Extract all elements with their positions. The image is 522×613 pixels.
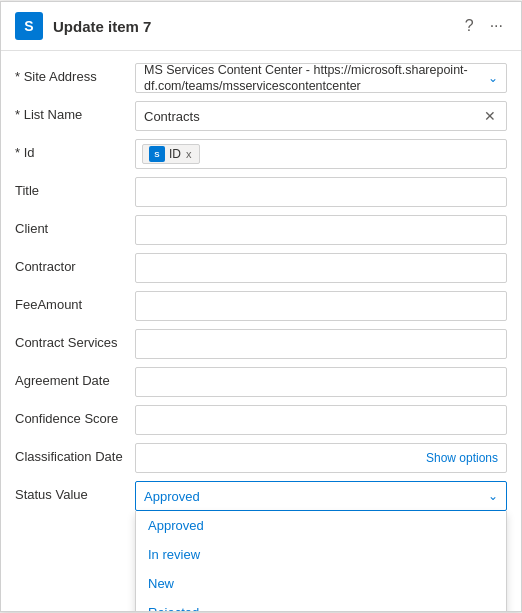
list-name-row: * List Name Contracts ✕ <box>1 97 521 135</box>
status-value-dropdown[interactable]: Approved ⌄ <box>135 481 507 511</box>
status-option-new[interactable]: New <box>136 569 506 598</box>
status-option-rejected[interactable]: Rejected <box>136 598 506 611</box>
fee-amount-control <box>135 291 507 321</box>
contract-services-control <box>135 329 507 359</box>
fee-amount-label: FeeAmount <box>15 291 135 312</box>
dialog: S Update item 7 ? ··· * Site Address MS … <box>0 1 522 612</box>
confidence-score-label: Confidence Score <box>15 405 135 426</box>
contract-services-label: Contract Services <box>15 329 135 350</box>
title-row: Title <box>1 173 521 211</box>
agreement-date-label: Agreement Date <box>15 367 135 388</box>
id-tag-icon: S <box>149 146 165 162</box>
agreement-date-input[interactable] <box>135 367 507 397</box>
status-option-approved[interactable]: Approved <box>136 511 506 540</box>
id-tag-label: ID <box>169 147 181 161</box>
client-input[interactable] <box>135 215 507 245</box>
confidence-score-control <box>135 405 507 435</box>
site-address-arrow-icon: ⌄ <box>488 71 498 85</box>
classification-date-input: Show options <box>135 443 507 473</box>
agreement-date-control <box>135 367 507 397</box>
agreement-date-row: Agreement Date <box>1 363 521 401</box>
status-arrow-icon: ⌄ <box>488 489 498 503</box>
site-address-control: MS Services Content Center - https://mic… <box>135 63 507 93</box>
app-icon: S <box>15 12 43 40</box>
client-row: Client <box>1 211 521 249</box>
list-name-label: * List Name <box>15 101 135 122</box>
id-tag-remove-button[interactable]: x <box>185 148 193 160</box>
contract-services-row: Contract Services <box>1 325 521 363</box>
status-value-row: Status Value Approved ⌄ Approved In revi… <box>1 477 521 515</box>
classification-date-row: Classification Date Show options <box>1 439 521 477</box>
site-address-value: MS Services Content Center - https://mic… <box>144 62 488 95</box>
client-label: Client <box>15 215 135 236</box>
title-control <box>135 177 507 207</box>
contractor-label: Contractor <box>15 253 135 274</box>
status-dropdown-menu: Approved In review New Rejected Enter cu… <box>135 511 507 611</box>
classification-date-control: Show options <box>135 443 507 473</box>
id-tag-container: S ID x <box>135 139 507 169</box>
show-options-link[interactable]: Show options <box>426 451 498 465</box>
fee-amount-input[interactable] <box>135 291 507 321</box>
more-button[interactable]: ··· <box>486 13 507 39</box>
list-name-value: Contracts <box>144 109 200 124</box>
site-address-dropdown[interactable]: MS Services Content Center - https://mic… <box>135 63 507 93</box>
client-control <box>135 215 507 245</box>
confidence-score-input[interactable] <box>135 405 507 435</box>
status-value-label: Status Value <box>15 481 135 502</box>
title-input[interactable] <box>135 177 507 207</box>
classification-date-label: Classification Date <box>15 443 135 464</box>
id-row: * Id S ID x <box>1 135 521 173</box>
dialog-header: S Update item 7 ? ··· <box>1 2 521 51</box>
list-name-clear-button[interactable]: ✕ <box>482 108 498 124</box>
status-value-control: Approved ⌄ Approved In review New Reject… <box>135 481 507 511</box>
list-name-control: Contracts ✕ <box>135 101 507 131</box>
id-label: * Id <box>15 139 135 160</box>
dialog-title: Update item 7 <box>53 18 451 35</box>
title-label: Title <box>15 177 135 198</box>
site-address-row: * Site Address MS Services Content Cente… <box>1 59 521 97</box>
contractor-input[interactable] <box>135 253 507 283</box>
site-address-label: * Site Address <box>15 63 135 84</box>
header-actions: ? ··· <box>461 13 507 39</box>
confidence-score-row: Confidence Score <box>1 401 521 439</box>
contract-services-input[interactable] <box>135 329 507 359</box>
status-value-selected: Approved <box>144 489 200 504</box>
id-control: S ID x <box>135 139 507 169</box>
dialog-body: * Site Address MS Services Content Cente… <box>1 51 521 611</box>
id-tag: S ID x <box>142 144 200 164</box>
status-option-in-review[interactable]: In review <box>136 540 506 569</box>
contractor-control <box>135 253 507 283</box>
contractor-row: Contractor <box>1 249 521 287</box>
help-button[interactable]: ? <box>461 13 478 39</box>
fee-amount-row: FeeAmount <box>1 287 521 325</box>
list-name-container: Contracts ✕ <box>135 101 507 131</box>
